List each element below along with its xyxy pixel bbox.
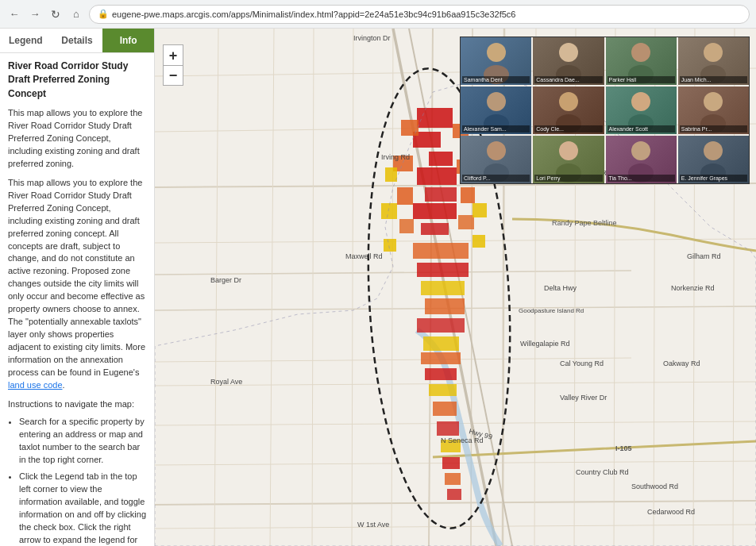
tab-legend[interactable]: Legend (0, 29, 52, 52)
svg-point-104 (704, 92, 723, 111)
panel-content: River Road Corridor Study Draft Preferre… (0, 53, 154, 546)
video-participant-1: Samantha Dent (461, 37, 531, 85)
participant-label-8: Sabrina Pr... (680, 125, 747, 133)
video-participant-9: Clifford P... (461, 136, 531, 183)
panel-title: River Road Corridor Study Draft Preferre… (8, 60, 146, 101)
zoom-in-button[interactable]: + (163, 44, 183, 65)
participant-label-3: Parker Hall (608, 76, 675, 83)
svg-point-94 (631, 43, 650, 62)
tab-details[interactable]: Details (52, 29, 103, 52)
url-text: eugene-pwe.maps.arcgis.com/apps/Minimali… (112, 10, 515, 19)
svg-text:Norkenzie Rd: Norkenzie Rd (671, 284, 715, 292)
svg-rect-47 (381, 203, 397, 219)
svg-point-100 (559, 92, 578, 111)
instruction-2: Click the Legend tab in the top left cor… (19, 471, 146, 546)
svg-text:Irving Rd: Irving Rd (381, 153, 410, 161)
svg-text:Delta Hwy: Delta Hwy (544, 284, 577, 292)
svg-rect-51 (413, 243, 469, 259)
svg-text:Oakway Rd: Oakway Rd (663, 360, 700, 367)
svg-rect-65 (447, 489, 461, 500)
svg-text:Gilham Rd: Gilham Rd (687, 252, 721, 260)
back-button[interactable]: ← (6, 6, 22, 22)
svg-rect-57 (421, 352, 461, 364)
svg-rect-63 (442, 457, 460, 469)
participant-label-4: Juan Mich... (680, 76, 747, 83)
svg-rect-36 (421, 223, 449, 235)
svg-rect-48 (472, 203, 487, 217)
svg-text:N Seneca Rd: N Seneca Rd (441, 436, 484, 444)
video-participant-2: Cassandra Dae... (533, 37, 604, 85)
svg-text:Royal Ave: Royal Ave (210, 378, 242, 386)
svg-point-98 (487, 92, 506, 111)
instructions-heading: Instructions to navigate the map: (8, 398, 146, 411)
panel-intro-2: This map allows you to explore the River… (8, 177, 146, 392)
instruction-1: Search for a specific property by enteri… (19, 416, 146, 467)
svg-text:Cedarwood Rd: Cedarwood Rd (647, 508, 695, 516)
home-button[interactable]: ⌂ (68, 6, 84, 22)
svg-rect-56 (423, 336, 459, 351)
participant-label-7: Alexander Scott (608, 125, 675, 133)
svg-rect-42 (461, 187, 475, 203)
svg-text:Willegalapie Rd: Willegalapie Rd (520, 340, 570, 348)
participant-label-11: Tia Tho... (608, 175, 675, 182)
svg-rect-37 (401, 120, 418, 136)
browser-chrome: ← → ↻ ⌂ 🔒 eugene-pwe.maps.arcgis.com/app… (0, 0, 756, 29)
video-participant-5: Alexander Sam... (461, 87, 531, 134)
map-area[interactable]: Green Acres Rd Crescent Ave Randy Pape B… (155, 29, 756, 546)
svg-point-108 (559, 141, 578, 160)
tab-info[interactable]: Info (102, 29, 154, 52)
svg-rect-35 (413, 203, 457, 219)
svg-text:Goodpasture Island Rd: Goodpasture Island Rd (519, 307, 584, 314)
svg-rect-44 (458, 215, 474, 229)
svg-rect-34 (425, 187, 457, 202)
video-participant-8: Sabrina Pr... (678, 87, 749, 134)
lock-icon: 🔒 (98, 9, 109, 19)
svg-rect-52 (417, 263, 469, 277)
participant-label-10: Lori Perry (534, 175, 602, 182)
svg-point-90 (487, 43, 506, 62)
panel-intro-1: This map allows you to explore the River… (8, 107, 146, 171)
svg-rect-55 (417, 318, 465, 333)
svg-text:Cal Young Rd: Cal Young Rd (560, 360, 604, 367)
participant-label-2: Cassandra Dae... (534, 76, 602, 83)
svg-text:Barger Dr: Barger Dr (210, 276, 241, 284)
svg-point-106 (487, 141, 506, 160)
video-participant-3: Parker Hall (606, 37, 677, 85)
participant-label-9: Clifford P... (462, 175, 530, 182)
svg-rect-33 (417, 167, 457, 185)
svg-rect-41 (397, 187, 413, 205)
svg-rect-64 (445, 473, 461, 485)
svg-text:Randy Pape Beltline: Randy Pape Beltline (552, 219, 617, 227)
video-participant-6: Cody Cle... (533, 87, 604, 134)
zoom-out-button[interactable]: − (163, 65, 183, 86)
svg-rect-50 (472, 235, 485, 248)
svg-rect-32 (429, 152, 453, 166)
forward-button[interactable]: → (27, 6, 43, 22)
svg-text:I-105: I-105 (615, 444, 632, 452)
video-participant-4: Juan Mich... (678, 37, 749, 85)
tab-bar: Legend Details Info (0, 29, 154, 53)
svg-text:Southwood Rd: Southwood Rd (631, 483, 678, 490)
svg-rect-43 (399, 219, 414, 233)
svg-rect-45 (385, 167, 397, 182)
svg-text:Maxwell Rd: Maxwell Rd (345, 252, 383, 260)
svg-point-102 (631, 92, 650, 111)
svg-text:Country Club Rd: Country Club Rd (576, 468, 629, 476)
participant-label-12: E. Jennifer Grapes (680, 175, 747, 182)
url-bar[interactable]: 🔒 eugene-pwe.maps.arcgis.com/apps/Minima… (89, 5, 750, 24)
svg-point-96 (704, 43, 723, 62)
svg-text:Valley River Dr: Valley River Dr (560, 394, 607, 402)
svg-point-110 (631, 141, 650, 160)
video-participant-12: E. Jennifer Grapes (678, 136, 749, 183)
svg-rect-30 (417, 108, 453, 128)
svg-point-112 (704, 141, 723, 160)
instructions-list: Search for a specific property by enteri… (8, 416, 146, 546)
svg-rect-53 (421, 281, 465, 295)
reload-button[interactable]: ↻ (48, 6, 64, 22)
participant-label-1: Samantha Dent (462, 76, 530, 83)
video-participant-7: Alexander Scott (606, 87, 677, 134)
svg-rect-49 (384, 239, 396, 252)
land-use-link[interactable]: land use code (8, 380, 63, 390)
video-participant-10: Lori Perry (533, 136, 604, 183)
main-container: Legend Details Info River Road Corridor … (0, 29, 756, 546)
